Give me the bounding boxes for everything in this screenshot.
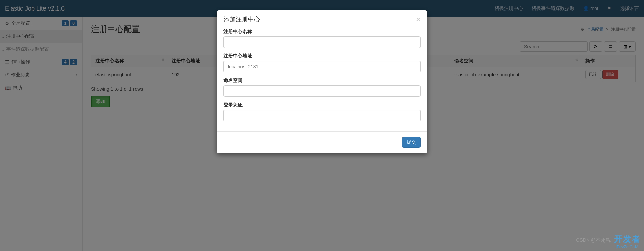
close-icon[interactable]: × xyxy=(416,15,421,23)
form-group-credentials: 登录凭证 xyxy=(223,102,421,121)
submit-button[interactable]: 提交 xyxy=(402,137,421,148)
form-group-address: 注册中心地址 xyxy=(223,53,421,72)
watermark-sub: DevZe.CoM xyxy=(616,245,638,249)
modal-footer: 提交 xyxy=(217,131,427,153)
input-registry-address[interactable] xyxy=(223,61,421,72)
label-registry-name: 注册中心名称 xyxy=(223,29,421,35)
form-group-name: 注册中心名称 xyxy=(223,29,421,48)
watermark-brand: 开发者 xyxy=(614,234,641,245)
watermark-csdn: CSDN @不死鸟. xyxy=(576,237,611,244)
add-registry-modal: 添加注册中心 × 注册中心名称 注册中心地址 命名空间 登录凭证 提交 xyxy=(217,10,427,153)
label-credentials: 登录凭证 xyxy=(223,102,421,108)
label-registry-address: 注册中心地址 xyxy=(223,53,421,59)
input-namespace[interactable] xyxy=(223,85,421,97)
form-group-namespace: 命名空间 xyxy=(223,77,421,97)
watermark: CSDN @不死鸟. 开发者 DevZe.CoM xyxy=(576,234,641,249)
input-credentials[interactable] xyxy=(223,110,421,121)
modal-header: 添加注册中心 × xyxy=(217,10,427,29)
modal-title: 添加注册中心 xyxy=(223,15,260,23)
modal-body: 注册中心名称 注册中心地址 命名空间 登录凭证 xyxy=(217,29,427,131)
input-registry-name[interactable] xyxy=(223,36,421,48)
label-namespace: 命名空间 xyxy=(223,77,421,84)
